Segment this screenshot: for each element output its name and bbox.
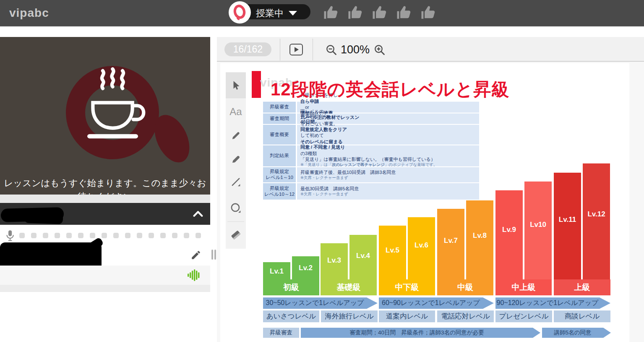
thumb-up-icon[interactable]	[394, 3, 414, 23]
likes-row	[321, 3, 438, 23]
volume-dot	[43, 233, 48, 238]
thumb-up-icon[interactable]	[346, 3, 365, 23]
volume-dot	[19, 233, 25, 238]
waiting-message: レッスンはもうすぐ始まります。このまま少々お待ちください	[0, 176, 210, 195]
play-button[interactable]	[289, 44, 303, 55]
table-row: 昇級規定レベル1～10昇級審査終了後、最低10回受講 講師3名同意 ※欠席・レク…	[263, 167, 479, 182]
volume-dot	[184, 233, 189, 238]
chevron-up-icon[interactable]	[192, 208, 204, 219]
top-bar: vipabc 授業中	[0, 0, 644, 26]
viewer-controls-bar	[217, 37, 644, 62]
pencil-icon	[230, 130, 241, 141]
tool-text[interactable]: Aa	[226, 100, 246, 124]
volume-dot	[113, 233, 119, 238]
controls-divider	[313, 39, 313, 61]
slide-title: 12段階の英会話レベルと昇級	[271, 78, 510, 101]
cursor-icon	[230, 80, 241, 91]
audio-activity-row	[0, 266, 210, 285]
zoom-level: 100%	[341, 43, 370, 56]
class-status-label: 授業中	[256, 7, 284, 20]
tool-marker[interactable]	[226, 147, 246, 171]
table-row-body: 同意 / 不同意 / 見送り の3種類「見送り」は審査結果に影響しない。（審査中…	[297, 145, 479, 166]
text-tool-icon: Aa	[229, 106, 242, 118]
eraser-icon	[230, 229, 242, 240]
table-row-header: 昇級規定レベル1～10	[263, 167, 296, 182]
volume-dot	[102, 233, 107, 238]
volume-dot	[78, 233, 83, 238]
table-row-body: 現レベルの1レベル上の教材でレッスンをおこない審査。同意規定人数をクリアして初め…	[297, 125, 479, 145]
volume-dot	[149, 233, 154, 238]
thumb-up-icon[interactable]	[370, 3, 389, 23]
redacted-participant-name	[24, 213, 63, 224]
thumb-up-icon[interactable]	[321, 3, 341, 23]
volume-dot	[66, 233, 72, 238]
table-row-header: 判定結果	[263, 145, 296, 166]
thumb-up-icon[interactable]	[419, 3, 438, 23]
panel-divider	[0, 195, 210, 203]
volume-dot	[125, 233, 130, 238]
marker-icon	[230, 153, 241, 164]
tool-pencil[interactable]	[226, 124, 246, 147]
chevron-down-icon	[289, 11, 297, 16]
line-icon	[230, 176, 241, 187]
panel-splitter-handle[interactable]	[214, 250, 216, 260]
tool-line[interactable]	[226, 170, 246, 194]
pencil-edit-icon[interactable]	[190, 250, 201, 260]
toolbar-divider	[227, 221, 244, 222]
play-icon	[295, 47, 299, 52]
controls-divider	[280, 39, 280, 61]
brand-badge	[229, 1, 251, 24]
video-waiting-panel: レッスンはもうすぐ始まります。このまま少々お待ちください	[0, 37, 210, 195]
mic-volume-meter	[19, 233, 201, 238]
tool-eraser[interactable]	[226, 223, 246, 246]
volume-dot	[55, 233, 60, 238]
whiteboard-toolbar: Aa	[226, 72, 246, 249]
volume-dot	[31, 233, 37, 238]
volume-dot	[160, 233, 166, 238]
table-row: 判定結果同意 / 不同意 / 見送り の3種類「見送り」は審査結果に影響しない。…	[263, 145, 479, 166]
volume-dot	[90, 233, 95, 238]
vipabc-logo: vipabc	[9, 6, 49, 20]
title-accent-bar	[252, 71, 261, 98]
microphone-icon[interactable]	[4, 229, 16, 242]
volume-dot	[172, 233, 177, 238]
table-row: 昇級規定レベル10～12最低30回受講 講師5名同意 ※欠席・レクチャー含まず	[263, 183, 479, 200]
audio-waveform-icon[interactable]	[187, 269, 201, 281]
tool-ellipse[interactable]	[226, 196, 246, 220]
panel-splitter-handle[interactable]	[211, 250, 213, 260]
table-row-header: 審査期間	[263, 113, 296, 124]
volume-dot	[196, 233, 201, 238]
table-row: 審査概要現レベルの1レベル上の教材でレッスンをおこない審査。同意規定人数をクリア…	[263, 125, 479, 145]
page-indicator: 16/162	[224, 42, 271, 56]
table-row-header: 審査概要	[263, 125, 296, 145]
volume-dot	[137, 233, 142, 238]
table-row-body: 最低30回受講 講師5名同意 ※欠席・レクチャー含まず	[297, 183, 479, 200]
table-row-header: 昇級規定レベル10～12	[263, 183, 296, 200]
ellipse-icon	[230, 202, 242, 214]
tool-cursor[interactable]	[226, 72, 246, 98]
coffee-cup-icon	[69, 63, 155, 149]
zoom-in-icon[interactable]	[374, 44, 386, 56]
panel-divider	[0, 285, 210, 292]
vipabc-o-icon	[229, 1, 251, 24]
table-row-header: 昇級審査	[263, 102, 296, 113]
zoom-out-icon[interactable]	[326, 44, 337, 56]
table-row-body: 昇級審査終了後、最低10回受講 講師3名同意 ※欠席・レクチャー含まず	[297, 167, 479, 182]
